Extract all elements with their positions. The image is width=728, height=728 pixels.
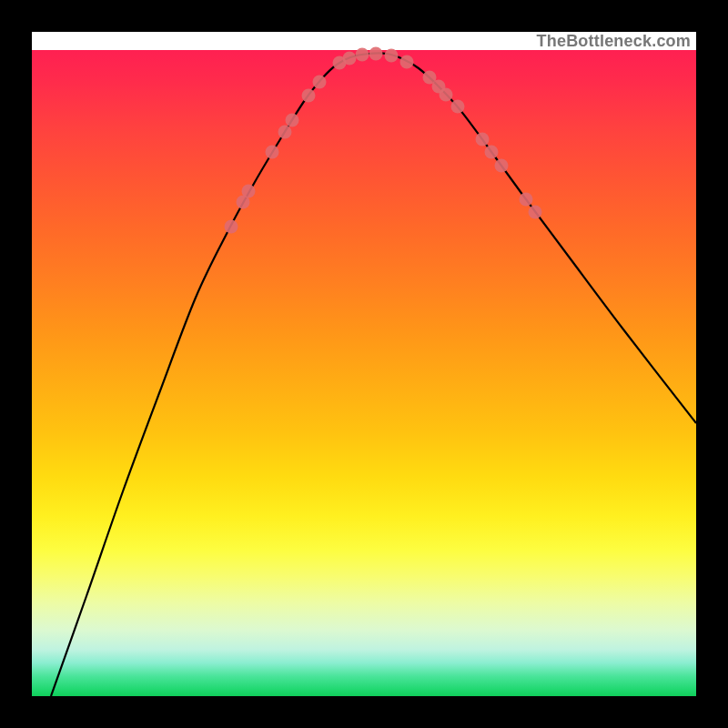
data-marker — [451, 100, 465, 114]
data-marker — [343, 52, 357, 66]
data-marker — [440, 88, 453, 102]
data-marker — [266, 146, 279, 159]
data-marker — [313, 76, 327, 89]
data-marker — [529, 206, 542, 219]
data-marker — [278, 126, 292, 139]
data-marker — [286, 114, 299, 127]
data-marker — [302, 89, 316, 103]
data-marker — [356, 48, 369, 62]
data-marker — [476, 133, 490, 147]
chart-svg — [32, 32, 696, 696]
data-marker — [485, 146, 499, 159]
data-marker — [385, 49, 399, 63]
plot-area: TheBottleneck.com — [32, 32, 696, 696]
data-marker — [242, 185, 256, 198]
data-marker — [520, 193, 533, 207]
chart-frame: TheBottleneck.com — [0, 0, 728, 728]
data-marker — [225, 220, 238, 234]
data-marker — [495, 159, 509, 173]
data-marker — [369, 47, 383, 61]
data-marker — [400, 56, 414, 69]
bottleneck-curve — [51, 53, 696, 696]
